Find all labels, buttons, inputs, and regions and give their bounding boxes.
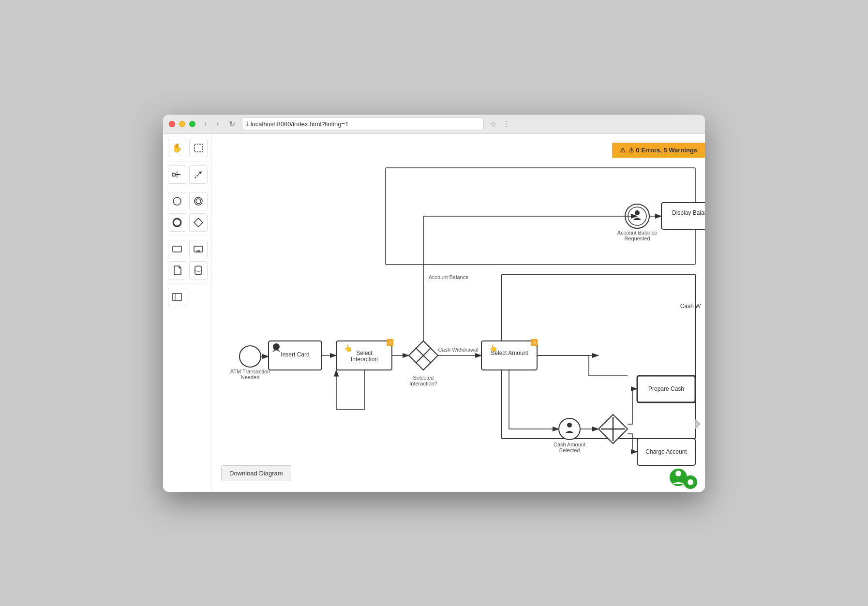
pool-label-bottom: Cash W [680,303,701,310]
prepare-cash-label: Prepare Cash [648,385,684,392]
pool-button[interactable] [168,288,186,306]
svg-rect-3 [172,173,175,176]
task-button[interactable] [168,240,186,258]
close-button[interactable] [169,121,175,127]
flow-parallel-to-prepare [628,389,637,424]
lasso-tool-button[interactable] [189,139,208,157]
account-balance-requested-label: Account Balance [617,230,658,236]
account-balance-flow-label: Account Balance [429,274,469,280]
arrow-tool-button[interactable] [189,165,208,184]
flow-back-arrow [336,370,364,410]
svg-point-29 [688,479,693,485]
svg-point-6 [173,197,181,205]
secure-icon: ℹ [246,120,249,127]
svg-point-25 [567,423,572,428]
mac-window: ‹ › ↻ ℹ localhost:8080/index.html?lintin… [163,115,705,492]
select-amount-label1: Select Amount [491,350,528,356]
svg-point-33 [694,481,697,484]
atm-start-event[interactable] [239,346,261,367]
select-interaction-icon: 👆 [344,344,353,353]
svg-rect-0 [195,144,202,152]
svg-point-21 [635,210,640,215]
maximize-button[interactable] [189,121,195,127]
gateway-button[interactable] [189,213,208,232]
menu-button[interactable]: ⋮ [502,119,510,129]
document-button[interactable] [168,261,186,280]
cash-amount-selected-event[interactable] [559,418,580,440]
warning-banner: ⚠ ⚠ 0 Errors, 5 Warnings [612,143,705,158]
gateway-label1: Selected [413,375,434,381]
warning-icon: ⚠ [620,147,626,154]
bookmark-button[interactable]: ☆ [490,119,496,129]
url-text: localhost:8080/index.html?linting=1 [251,120,349,128]
charge-account-label: Charge Account [645,448,687,455]
warning-text: ⚠ 0 Errors, 5 Warnings [629,147,697,154]
toolbar-panel: ✋ [163,134,211,492]
svg-point-22 [273,343,280,350]
display-balance-label: Display Balance [672,209,705,216]
bpmn-diagram: Account Ba... Cash W Account Balance Req… [211,134,705,492]
cash-amount-selected-label2: Selected [559,447,580,453]
atm-start-label2: Needed [241,374,260,380]
database-button[interactable] [189,261,208,280]
reload-button[interactable]: ↻ [226,118,238,130]
end-event-button[interactable] [189,192,208,210]
flow-select-to-parallel-upper [537,355,628,376]
flow-parallel-to-charge [628,434,637,452]
select-interaction-warning-icon: ⚠ [388,340,392,345]
gateway-label2: Interaction? [409,381,437,386]
url-field[interactable]: ℹ localhost:8080/index.html?linting=1 [242,118,484,130]
select-amount-warning-icon: ⚠ [532,340,537,345]
back-button[interactable]: ‹ [201,118,210,129]
thick-event-button[interactable] [168,213,186,232]
forward-button[interactable]: › [213,118,222,129]
collapse-arrow[interactable] [695,419,700,429]
canvas-area[interactable]: ⚠ ⚠ 0 Errors, 5 Warnings Account Ba... [211,134,705,492]
select-interaction-label2: Interaction [351,356,378,363]
cash-withdrawal-label: Cash Withdrawal [438,347,478,353]
browser-body: ✋ [163,134,705,492]
svg-point-9 [173,219,181,226]
traffic-lights [169,121,195,127]
minimize-button[interactable] [179,121,185,127]
svg-point-31 [689,486,692,488]
title-bar: ‹ › ↻ ℹ localhost:8080/index.html?lintin… [163,115,705,134]
account-balance-requested-label2: Requested [624,236,650,241]
svg-point-8 [196,199,201,204]
start-event-button[interactable] [168,192,186,210]
address-bar: ‹ › ↻ ℹ localhost:8080/index.html?lintin… [201,118,699,130]
svg-point-32 [684,481,687,484]
cash-amount-selected-label1: Cash Amount [554,442,585,447]
connect-tool-button[interactable] [168,165,186,184]
atm-start-label1: ATM Transaction [230,369,270,374]
svg-rect-17 [173,294,181,300]
select-interaction-label1: Select [356,350,373,356]
svg-point-28 [675,471,681,476]
svg-marker-10 [194,218,203,227]
hand-tool-button[interactable]: ✋ [168,139,186,157]
insert-card-label: Insert Card [281,351,309,358]
svg-rect-11 [173,246,181,252]
subprocess-button[interactable] [189,240,208,258]
download-diagram-button[interactable]: Download Diagram [221,465,291,481]
svg-point-30 [689,476,692,479]
flow-select-amount-to-cash [509,370,559,429]
